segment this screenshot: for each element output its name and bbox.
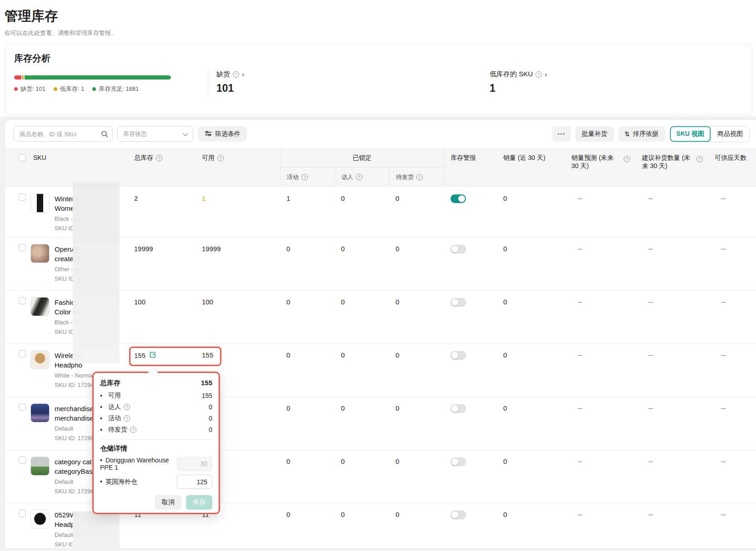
product-thumbnail [30, 350, 50, 369]
analysis-title: 库存分析 [14, 52, 752, 65]
forecast-value: -- [564, 187, 635, 237]
product-variant: Default [55, 425, 94, 432]
sort-by-label: 排序依据 [633, 130, 659, 138]
bulk-restock-label: 批量补货 [582, 130, 607, 138]
stock-status-select[interactable]: 库存状态 [117, 126, 193, 142]
help-icon[interactable]: ? [301, 174, 308, 180]
supply-days-value: -- [707, 503, 756, 549]
product-sku-id: SKU ID: 17296 [55, 488, 94, 495]
help-icon[interactable]: ? [124, 415, 130, 422]
more-actions-button[interactable]: ··· [552, 126, 571, 142]
cancel-button[interactable]: 取消 [155, 495, 181, 510]
filter-sliders-icon [205, 130, 212, 138]
product-name: category catcategoryBas [55, 457, 94, 476]
help-icon[interactable]: ? [217, 155, 224, 161]
product-thumbnail [30, 510, 50, 529]
row-checkbox[interactable] [19, 194, 26, 201]
table-header: SKU 总库存? 可用? 已锁定 活动? 达人? 待发货? 库存警报 销量 (近… [5, 148, 756, 187]
product-name: merchandisemerchandise [55, 404, 94, 423]
locked-to-ship-value: 0 [389, 187, 444, 237]
locked-creator-value: 0 [335, 187, 389, 237]
header-available: 可用? [199, 148, 280, 187]
popup-available-label: 可用 [108, 392, 121, 400]
ellipsis-icon: ··· [558, 130, 566, 138]
view-switcher: SKU 视图 商品视图 [670, 126, 750, 142]
product-variant: White - Norma [55, 372, 94, 379]
low-stock-sku-stat[interactable]: 低库存的 SKU ? › 1 [490, 70, 547, 94]
row-checkbox[interactable] [19, 244, 26, 251]
stock-alert-toggle[interactable] [451, 245, 466, 253]
row-checkbox[interactable] [19, 350, 26, 357]
product-variant: Default [55, 478, 94, 485]
row-checkbox[interactable] [19, 297, 26, 304]
row-checkbox[interactable] [19, 457, 26, 464]
sort-by-button[interactable]: ⇅ 排序依据 [618, 126, 665, 142]
product-thumbnail [30, 244, 50, 263]
restock-value: -- [635, 291, 707, 343]
chevron-down-icon [183, 131, 188, 136]
legend-out-of-stock: 缺货: 101 [20, 85, 45, 93]
restock-value: -- [635, 450, 707, 503]
filter-conditions-button[interactable]: 筛选条件 [198, 126, 247, 142]
help-icon[interactable]: ? [696, 156, 703, 162]
out-of-stock-stat[interactable]: 缺货 ? › 101 [216, 70, 244, 94]
product-thumbnail [30, 403, 50, 422]
locked-creator-value: 0 [335, 291, 389, 343]
popup-campaign-value: 0 [209, 415, 212, 422]
stock-alert-toggle[interactable] [451, 404, 466, 413]
legend-in-stock: 库存充足: 1881 [99, 85, 139, 93]
stock-alert-toggle[interactable] [451, 298, 466, 307]
locked-campaign-value: 0 [280, 450, 335, 503]
header-locked-group: 已锁定 [280, 148, 444, 168]
stock-legend: 缺货: 101 低库存: 1 库存充足: 1881 [14, 85, 171, 93]
restock-value: -- [635, 238, 707, 290]
help-icon[interactable]: ? [416, 174, 423, 180]
tab-sku-view[interactable]: SKU 视图 [670, 126, 711, 142]
chevron-right-icon[interactable]: › [545, 71, 547, 78]
help-icon[interactable]: ? [156, 155, 162, 161]
search-input[interactable] [14, 126, 113, 142]
edit-stock-icon[interactable] [149, 351, 156, 360]
product-view-label: 商品视图 [717, 130, 743, 138]
total-stock-value: 100 [131, 291, 199, 343]
locked-creator-value: 0 [335, 344, 389, 397]
save-button[interactable]: 保存 [186, 495, 212, 510]
product-thumbnail [30, 457, 50, 476]
stock-status-bar [14, 75, 171, 79]
chevron-right-icon[interactable]: › [242, 71, 244, 78]
help-icon[interactable]: ? [624, 156, 630, 162]
available-value: 19999 [199, 238, 280, 290]
sales-value: 0 [496, 397, 564, 450]
page-subtitle: 你可以在此处查看、调整和管理库存警报。 [5, 29, 756, 37]
inventory-detail-popover: 总库存 155 可用 155 达人? 0 活动? 0 待发货? 0 仓储详情 D… [92, 372, 220, 514]
help-icon[interactable]: ? [124, 404, 130, 410]
row-checkbox[interactable] [19, 403, 26, 411]
help-icon[interactable]: ? [356, 174, 362, 180]
total-stock-value: 155 [134, 352, 145, 359]
select-all-checkbox[interactable] [19, 154, 26, 161]
locked-creator-value: 0 [335, 397, 389, 450]
supply-days-value: -- [707, 238, 756, 290]
header-total-stock: 总库存? [131, 148, 199, 187]
tab-product-view[interactable]: 商品视图 [711, 126, 749, 142]
search-icon[interactable] [101, 130, 108, 139]
locked-creator-value: 0 [335, 238, 389, 290]
help-icon[interactable]: ? [233, 71, 239, 78]
popup-to-ship-value: 0 [209, 426, 212, 433]
locked-campaign-value: 1 [280, 187, 335, 237]
stock-alert-toggle[interactable] [451, 457, 466, 466]
help-icon[interactable]: ? [536, 71, 542, 78]
help-icon[interactable]: ? [130, 427, 136, 433]
stock-status-select-value: 库存状态 [123, 130, 147, 138]
supply-days-value: -- [707, 187, 756, 237]
stock-alert-toggle[interactable] [451, 511, 466, 519]
sales-value: 0 [496, 187, 564, 237]
bulk-restock-button[interactable]: 批量补货 [576, 126, 614, 142]
low-stock-sku-stat-value: 1 [490, 82, 547, 94]
warehouse-qty-input[interactable] [177, 475, 212, 489]
supply-days-value: -- [707, 397, 756, 450]
stock-alert-toggle[interactable] [451, 194, 466, 203]
header-forecast: 销量预测 (未来 30 天)? [564, 148, 635, 187]
row-checkbox[interactable] [19, 510, 26, 517]
stock-alert-toggle[interactable] [451, 351, 466, 360]
